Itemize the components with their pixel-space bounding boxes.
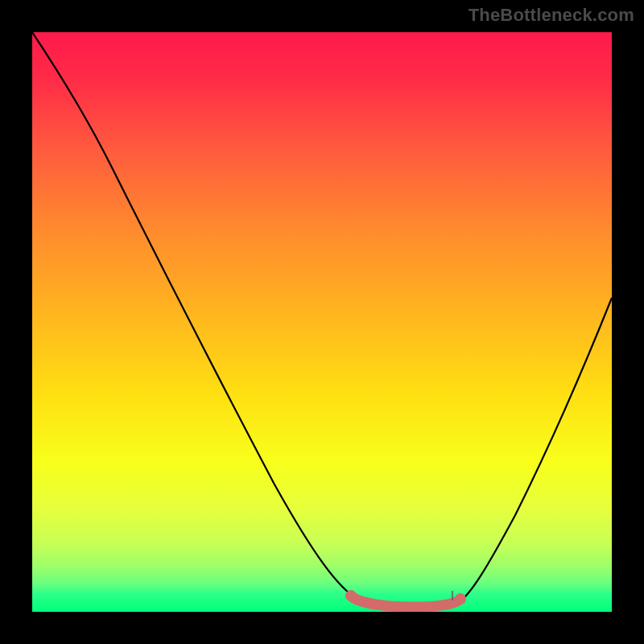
plot-area	[32, 32, 612, 612]
flat-region-marker	[353, 597, 457, 607]
flat-region-dot-right	[455, 593, 466, 605]
watermark-text: TheBottleneck.com	[469, 5, 634, 26]
chart-frame: TheBottleneck.com	[0, 0, 644, 644]
curve-layer	[32, 32, 612, 612]
flat-region-dot-left	[345, 590, 357, 601]
bottleneck-curve	[32, 32, 612, 606]
